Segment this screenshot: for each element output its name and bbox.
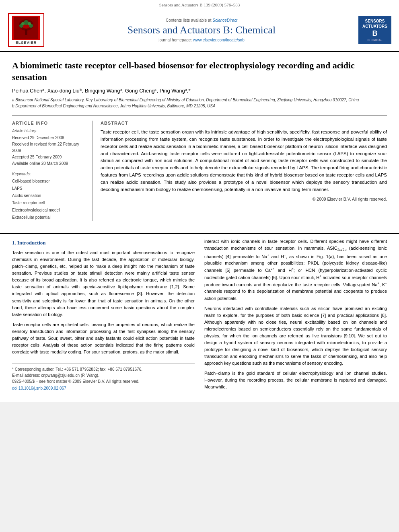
author-affiliations: a Biosensor National Special Laboratory,…	[12, 97, 387, 109]
svg-point-8	[28, 22, 31, 25]
body-right-column: interact with ionic channels in taste re…	[204, 238, 387, 394]
journal-citation: Sensors and Actuators B 139 (2009) 576–5…	[0, 0, 399, 9]
journal-homepage-line: journal homepage: www.elsevier.com/locat…	[52, 38, 351, 42]
right-para1: interact with ionic channels in taste re…	[204, 238, 387, 302]
keyword-6: Extracellular potential	[12, 214, 86, 221]
corresponding-author-note: * Corresponding author. Tel.: +86 571 87…	[12, 366, 195, 372]
intro-para1: Taste sensation is one of the oldest and…	[12, 249, 195, 318]
right-para2: Neurons interfaced with controllable mat…	[204, 305, 387, 367]
doi-line: doi:10.1016/j.snb.2009.02.067	[12, 386, 195, 390]
keyword-3: Acidic sensation	[12, 192, 86, 199]
keyword-2: LAPS	[12, 185, 86, 192]
keywords-label: Keywords:	[12, 172, 86, 176]
article-info-column: ARTICLE INFO Article history: Received 2…	[12, 121, 93, 221]
copyright-line: © 2009 Elsevier B.V. All rights reserved…	[101, 197, 387, 201]
keyword-1: Cell-based biosensor	[12, 178, 86, 185]
elsevier-logo: ELSEVIER	[8, 13, 44, 47]
footnote-area: * Corresponding author. Tel.: +86 571 87…	[12, 364, 195, 390]
intro-para2: Taste receptor cells are epithelial cell…	[12, 321, 195, 355]
keyword-5: Electrophysiological model	[12, 207, 86, 214]
article-info-label: ARTICLE INFO	[12, 121, 86, 125]
main-content-section: 1. Introduction Taste sensation is one o…	[0, 233, 399, 402]
intro-heading: 1. Introduction	[12, 240, 195, 246]
body-two-columns: 1. Introduction Taste sensation is one o…	[12, 238, 387, 394]
journal-header: ELSEVIER Contents lists available at Sci…	[0, 9, 399, 52]
body-left-column: 1. Introduction Taste sensation is one o…	[12, 238, 195, 394]
svg-point-7	[21, 22, 25, 25]
keywords-section: Keywords: Cell-based biosensor LAPS Acid…	[12, 172, 86, 221]
article-title: A biomimetic taste receptor cell-based b…	[12, 60, 387, 83]
issn-note: 0925-4005/$ – see front matter © 2009 El…	[12, 378, 195, 384]
available-date: Available online 20 March 2009	[12, 160, 86, 167]
journal-center-info: Contents lists available at ScienceDirec…	[52, 18, 351, 42]
keyword-4: Taste receptor cell	[12, 199, 86, 207]
article-header-section: A biomimetic taste receptor cell-based b…	[0, 52, 399, 229]
sensors-actuators-logo: SENSORS ACTUATORS B CHEMICAL	[358, 16, 391, 44]
page: Sensors and Actuators B 139 (2009) 576–5…	[0, 0, 399, 402]
article-info-abstract-section: ARTICLE INFO Article history: Received 2…	[12, 115, 387, 221]
received-date: Received 29 December 2008	[12, 135, 86, 141]
elsevier-tree-image	[12, 16, 40, 40]
accepted-date: Accepted 25 February 2009	[12, 154, 86, 160]
email-note: E-mail address: cnpwang@zju.edu.cn (P. W…	[12, 372, 195, 378]
article-history: Article history: Received 29 December 20…	[12, 129, 86, 167]
svg-rect-2	[25, 29, 27, 35]
homepage-url[interactable]: www.elsevier.com/locate/snb	[193, 38, 245, 42]
contents-available-line: Contents lists available at ScienceDirec…	[52, 18, 351, 23]
sciencedirect-link[interactable]: ScienceDirect	[212, 18, 237, 23]
history-label: Article history:	[12, 129, 86, 133]
revised-date: Received in revised form 22 February 200…	[12, 141, 86, 154]
abstract-label: ABSTRACT	[101, 121, 387, 125]
journal-logo-right: SENSORS ACTUATORS B CHEMICAL	[359, 16, 391, 44]
citation-text: Sensors and Actuators B 139 (2009) 576–5…	[159, 2, 240, 7]
abstract-text: Taste receptor cell, the taste sensation…	[101, 129, 387, 193]
authors-line: Peihua Chenᵃ, Xiao-dong Liuᵇ, Bingqing W…	[12, 88, 387, 94]
journal-title: Sensors and Actuators B: Chemical	[52, 24, 351, 36]
elsevier-brand-text: ELSEVIER	[16, 41, 37, 45]
abstract-column: ABSTRACT Taste receptor cell, the taste …	[101, 121, 387, 221]
right-para3: Patch–clamp is the gold standard of cell…	[204, 370, 387, 390]
